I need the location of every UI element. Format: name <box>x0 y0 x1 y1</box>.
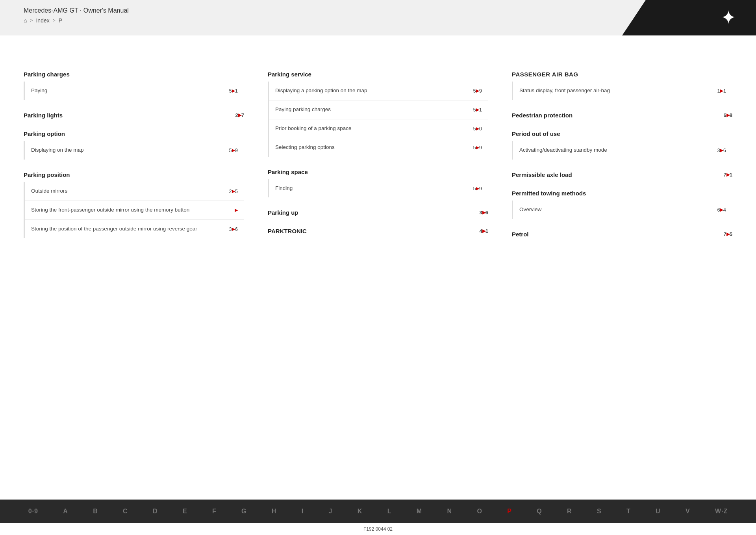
section-parking-position: Parking positionOutside mirrors2▶5Storin… <box>24 171 244 238</box>
list-item[interactable]: Finding5▶9 <box>269 179 488 198</box>
entry-page: 5▶9 <box>473 186 482 191</box>
footer-letter[interactable]: E <box>180 506 190 516</box>
section-title-petrol[interactable]: Petrol7▶5 <box>512 231 732 238</box>
breadcrumb-sep2: > <box>53 18 56 23</box>
entry-label: Displaying a parking option on the map <box>275 87 473 95</box>
footer-letter[interactable]: N <box>445 506 454 516</box>
entry-label: Paying <box>31 87 229 95</box>
footer-letter[interactable]: R <box>565 506 574 516</box>
footer-letter[interactable]: U <box>653 506 663 516</box>
footer-letter[interactable]: T <box>624 506 633 516</box>
section-title-period-out-of-use: Period out of use <box>512 130 732 137</box>
list-item[interactable]: Storing the front-passenger outside mirr… <box>25 201 244 220</box>
section-title-permissible-axle-load[interactable]: Permissible axle load7▶1 <box>512 171 732 178</box>
section-title-parktronic[interactable]: PARKTRONIC4▶1 <box>268 228 488 234</box>
section-title-parking-option: Parking option <box>24 130 244 137</box>
entry-page: 5▶9 <box>473 145 482 150</box>
section-pedestrian-protection: Pedestrian protection6▶8 <box>512 112 732 119</box>
entry-list-permitted-towing-methods: Overview6▶4 <box>512 201 732 219</box>
header: Mercedes-AMG GT · Owner's Manual ⌂ > Ind… <box>0 0 756 35</box>
list-item[interactable]: Paying parking charges5▶1 <box>269 100 488 119</box>
entry-page: 2▶5 <box>229 188 238 194</box>
footer-letter[interactable]: K <box>355 506 365 516</box>
footer-letter[interactable]: 0·9 <box>26 506 41 516</box>
section-parktronic: PARKTRONIC4▶1 <box>268 228 488 234</box>
section-title-parking-space: Parking space <box>268 169 488 175</box>
section-title-parking-service: Parking service <box>268 71 488 78</box>
footer-alphabet-bar: 0·9ABCDEFGHIJKLMNOPQRSTUVW·Z <box>0 500 756 523</box>
section-parking-space: Parking spaceFinding5▶9 <box>268 169 488 198</box>
footer-letter[interactable]: F <box>210 506 219 516</box>
list-item[interactable]: Paying5▶1 <box>25 82 244 100</box>
logo-area: ✦ <box>622 0 756 35</box>
entry-page: 5▶9 <box>473 88 482 94</box>
section-passenger-air-bag: PASSENGER AIR BAGStatus display, front p… <box>512 71 732 100</box>
home-icon[interactable]: ⌂ <box>24 17 27 24</box>
list-item[interactable]: Overview6▶4 <box>513 201 732 219</box>
list-item[interactable]: Storing the position of the passenger ou… <box>25 220 244 238</box>
column-col1: Parking chargesPaying5▶1Parking lights2▶… <box>24 59 244 242</box>
list-item[interactable]: Status display, front passenger air-bag1… <box>513 82 732 100</box>
breadcrumb-index[interactable]: Index <box>36 17 49 24</box>
footer-letter[interactable]: B <box>91 506 100 516</box>
breadcrumb-sep1: > <box>30 18 33 23</box>
footer-letters: 0·9ABCDEFGHIJKLMNOPQRSTUVW·Z <box>0 506 756 516</box>
mercedes-star-icon: ✦ <box>721 8 736 27</box>
entry-list-parking-charges: Paying5▶1 <box>24 82 244 100</box>
entry-label: Overview <box>519 206 717 214</box>
entry-list-period-out-of-use: Activating/deactivating standby mode3▶6 <box>512 141 732 160</box>
entry-page: 5▶9 <box>229 147 238 153</box>
footer-letter[interactable]: H <box>269 506 279 516</box>
breadcrumb: ⌂ > Index > P <box>24 17 622 24</box>
footer-letter[interactable]: W·Z <box>713 506 730 516</box>
footer-letter[interactable]: S <box>595 506 604 516</box>
entry-label: Status display, front passenger air-bag <box>519 87 717 95</box>
list-item[interactable]: Outside mirrors2▶5 <box>25 182 244 201</box>
footer-letter[interactable]: C <box>120 506 130 516</box>
list-item[interactable]: Selecting parking options5▶9 <box>269 138 488 157</box>
entry-list-parking-space: Finding5▶9 <box>268 179 488 198</box>
section-title-pedestrian-protection[interactable]: Pedestrian protection6▶8 <box>512 112 732 119</box>
entry-page: ▶ <box>235 208 238 213</box>
footer-letter[interactable]: L <box>385 506 394 516</box>
list-item[interactable]: Activating/deactivating standby mode3▶6 <box>513 141 732 160</box>
footer-letter[interactable]: V <box>683 506 693 516</box>
entry-page: 5▶0 <box>473 126 482 132</box>
section-permissible-axle-load: Permissible axle load7▶1 <box>512 171 732 178</box>
entry-label: Paying parking charges <box>275 106 473 113</box>
column-col3: PASSENGER AIR BAGStatus display, front p… <box>512 59 732 242</box>
entry-page: 3▶6 <box>229 226 238 232</box>
list-item[interactable]: Prior booking of a parking space5▶0 <box>269 119 488 138</box>
footer-letter[interactable]: J <box>326 506 335 516</box>
footer-letter[interactable]: P <box>505 506 514 516</box>
header-text: Mercedes-AMG GT · Owner's Manual ⌂ > Ind… <box>0 0 622 35</box>
entry-page: 5▶1 <box>473 107 482 113</box>
section-parking-service: Parking serviceDisplaying a parking opti… <box>268 71 488 157</box>
footer-letter[interactable]: A <box>61 506 70 516</box>
entry-label: Activating/deactivating standby mode <box>519 147 717 154</box>
footer-letter[interactable]: Q <box>534 506 544 516</box>
section-parking-option: Parking optionDisplaying on the map5▶9 <box>24 130 244 160</box>
entry-label: Outside mirrors <box>31 188 229 195</box>
footer-caption: F192 0044 02 <box>0 523 756 535</box>
entry-label: Storing the position of the passenger ou… <box>31 225 229 233</box>
footer-letter[interactable]: O <box>474 506 484 516</box>
section-title-parking-charges: Parking charges <box>24 71 244 78</box>
column-col2: Parking serviceDisplaying a parking opti… <box>268 59 488 242</box>
footer-letter[interactable]: M <box>414 506 424 516</box>
section-title-passenger-air-bag: PASSENGER AIR BAG <box>512 71 732 78</box>
footer-letter[interactable]: I <box>299 506 306 516</box>
entry-label: Displaying on the map <box>31 147 229 154</box>
entry-label: Prior booking of a parking space <box>275 125 473 132</box>
list-item[interactable]: Displaying a parking option on the map5▶… <box>269 82 488 100</box>
entry-list-parking-service: Displaying a parking option on the map5▶… <box>268 82 488 157</box>
list-item[interactable]: Displaying on the map5▶9 <box>25 141 244 160</box>
entry-list-parking-position: Outside mirrors2▶5Storing the front-pass… <box>24 182 244 238</box>
entry-label: Selecting parking options <box>275 144 473 151</box>
footer-letter[interactable]: D <box>150 506 160 516</box>
section-permitted-towing-methods: Permitted towing methodsOverview6▶4 <box>512 190 732 219</box>
section-title-parking-up[interactable]: Parking up3▶6 <box>268 209 488 216</box>
entry-page: 6▶4 <box>717 207 726 213</box>
footer-letter[interactable]: G <box>239 506 249 516</box>
section-title-parking-lights[interactable]: Parking lights2▶7 <box>24 112 244 119</box>
